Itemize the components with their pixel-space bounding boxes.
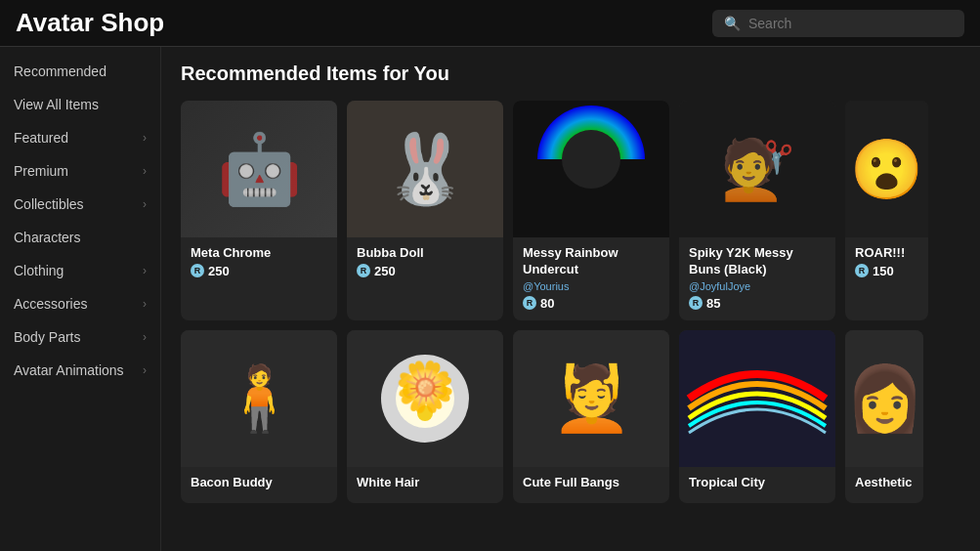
sidebar-item-label: Avatar Animations bbox=[14, 362, 124, 378]
item-price: R 150 bbox=[855, 264, 918, 278]
sidebar-item-clothing[interactable]: Clothing › bbox=[0, 254, 160, 287]
item-author: @JoyfulJoye bbox=[689, 280, 826, 292]
sidebar-item-label: Accessories bbox=[14, 296, 87, 312]
item-price: R 80 bbox=[523, 296, 660, 311]
item-card-cute-bangs[interactable]: Cute Full Bangs bbox=[513, 330, 669, 503]
price-value: 250 bbox=[208, 264, 230, 278]
search-input[interactable] bbox=[748, 16, 953, 31]
item-name: White Hair bbox=[357, 475, 493, 491]
item-card-tropical-city[interactable]: Tropical City bbox=[679, 330, 835, 503]
sidebar-item-body-parts[interactable]: Body Parts › bbox=[0, 320, 160, 354]
robux-icon: R bbox=[689, 296, 703, 310]
item-name: Meta Chrome bbox=[191, 245, 327, 262]
item-info: Spiky Y2K Messy Buns (Black) @JoyfulJoye… bbox=[679, 237, 835, 320]
chevron-icon: › bbox=[143, 264, 147, 277]
sidebar-item-label: Recommended bbox=[14, 64, 107, 79]
item-info: ROAR!!! R 150 bbox=[845, 237, 928, 288]
content-area: Recommended Items for You Meta Chrome R … bbox=[161, 47, 980, 551]
price-value: 80 bbox=[540, 296, 554, 311]
sidebar-item-characters[interactable]: Characters bbox=[0, 221, 160, 254]
chevron-icon: › bbox=[143, 131, 147, 145]
item-card-rainbow-undercut[interactable]: Messy Rainbow Undercut @Yourius R 80 bbox=[513, 101, 669, 320]
chevron-icon: › bbox=[143, 330, 147, 344]
item-card-aesthetic[interactable]: Aesthetic bbox=[845, 330, 923, 503]
item-card-white-hair[interactable]: 🌼 White Hair bbox=[347, 330, 503, 503]
item-card-roar[interactable]: ROAR!!! R 150 bbox=[845, 101, 928, 320]
item-name: Bubba Doll bbox=[357, 245, 493, 262]
item-image bbox=[845, 330, 923, 467]
item-name: Cute Full Bangs bbox=[523, 475, 660, 491]
svg-text:🌼: 🌼 bbox=[395, 358, 456, 416]
item-card-bubba-doll[interactable]: Bubba Doll R 250 bbox=[347, 101, 503, 320]
item-image bbox=[845, 101, 928, 237]
price-value: 150 bbox=[873, 264, 894, 278]
main-layout: Recommended View All Items Featured › Pr… bbox=[0, 47, 980, 551]
chevron-icon: › bbox=[143, 164, 147, 178]
sidebar-item-label: View All Items bbox=[14, 97, 99, 112]
item-name: Aesthetic bbox=[855, 475, 914, 491]
item-name: Messy Rainbow Undercut bbox=[523, 245, 660, 278]
robux-icon: R bbox=[855, 264, 869, 277]
robux-icon: R bbox=[191, 264, 204, 277]
item-image bbox=[679, 330, 835, 467]
item-name: ROAR!!! bbox=[855, 245, 918, 262]
search-icon: 🔍 bbox=[724, 16, 741, 31]
item-price: R 85 bbox=[689, 296, 826, 311]
sidebar-item-label: Premium bbox=[14, 163, 68, 179]
sidebar-item-label: Clothing bbox=[14, 263, 64, 278]
item-card-meta-chrome[interactable]: Meta Chrome R 250 bbox=[181, 101, 337, 320]
sidebar: Recommended View All Items Featured › Pr… bbox=[0, 47, 161, 551]
item-image bbox=[679, 101, 835, 237]
item-info: Bubba Doll R 250 bbox=[347, 237, 503, 288]
item-info: Cute Full Bangs bbox=[513, 467, 669, 503]
item-image bbox=[347, 101, 503, 237]
item-info: Aesthetic bbox=[845, 467, 923, 503]
item-name: Spiky Y2K Messy Buns (Black) bbox=[689, 245, 826, 278]
item-info: Bacon Buddy bbox=[181, 467, 337, 503]
header: Avatar Shop 🔍 bbox=[0, 0, 980, 47]
sidebar-item-label: Collectibles bbox=[14, 196, 84, 212]
item-author: @Yourius bbox=[523, 280, 660, 292]
item-image: 🌼 bbox=[347, 330, 503, 467]
item-image bbox=[513, 330, 669, 467]
sidebar-item-collectibles[interactable]: Collectibles › bbox=[0, 188, 160, 221]
item-image bbox=[513, 101, 669, 237]
chevron-icon: › bbox=[143, 197, 147, 211]
price-value: 85 bbox=[706, 296, 720, 311]
item-card-spiky-buns[interactable]: Spiky Y2K Messy Buns (Black) @JoyfulJoye… bbox=[679, 101, 835, 320]
item-info: Meta Chrome R 250 bbox=[181, 237, 337, 288]
sidebar-item-label: Featured bbox=[14, 130, 68, 146]
item-image bbox=[181, 101, 337, 237]
item-image bbox=[181, 330, 337, 467]
sidebar-item-premium[interactable]: Premium › bbox=[0, 154, 160, 188]
search-bar[interactable]: 🔍 bbox=[712, 10, 964, 37]
robux-icon: R bbox=[357, 264, 370, 277]
item-card-bacon-buddy[interactable]: Bacon Buddy bbox=[181, 330, 337, 503]
item-info: White Hair bbox=[347, 467, 503, 503]
item-grid: Meta Chrome R 250 Bubba Doll R 250 bbox=[181, 101, 960, 503]
sidebar-item-recommended[interactable]: Recommended bbox=[0, 55, 160, 88]
sidebar-item-label: Body Parts bbox=[14, 329, 80, 345]
sidebar-item-accessories[interactable]: Accessories › bbox=[0, 287, 160, 320]
sidebar-item-avatar-animations[interactable]: Avatar Animations › bbox=[0, 354, 160, 387]
chevron-icon: › bbox=[143, 363, 147, 377]
sidebar-item-view-all[interactable]: View All Items bbox=[0, 88, 160, 121]
sidebar-item-featured[interactable]: Featured › bbox=[0, 121, 160, 154]
svg-point-2 bbox=[562, 130, 620, 189]
robux-icon: R bbox=[523, 296, 536, 310]
section-title: Recommended Items for You bbox=[181, 63, 960, 85]
page-title: Avatar Shop bbox=[16, 8, 164, 38]
item-name: Bacon Buddy bbox=[191, 475, 327, 491]
item-price: R 250 bbox=[191, 264, 327, 278]
chevron-icon: › bbox=[143, 297, 147, 311]
item-price: R 250 bbox=[357, 264, 493, 278]
item-name: Tropical City bbox=[689, 475, 826, 491]
item-info: Tropical City bbox=[679, 467, 835, 503]
price-value: 250 bbox=[374, 264, 396, 278]
item-info: Messy Rainbow Undercut @Yourius R 80 bbox=[513, 237, 669, 320]
sidebar-item-label: Characters bbox=[14, 230, 80, 245]
